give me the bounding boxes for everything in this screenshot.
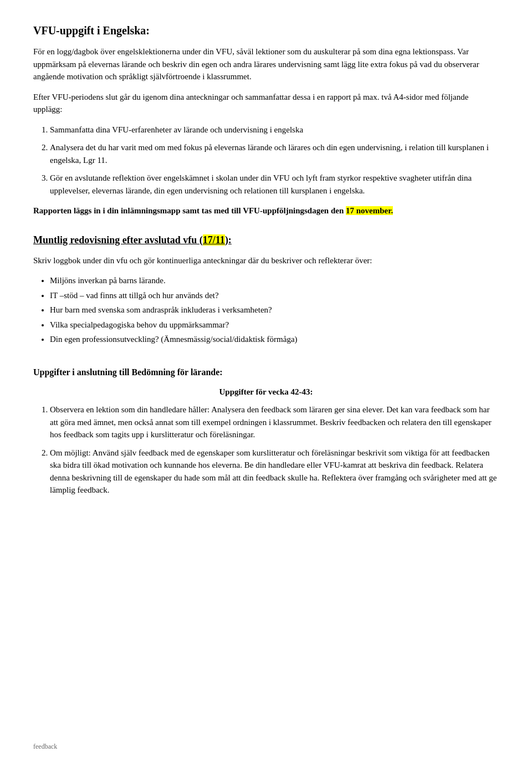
oral-bullet-1: Miljöns inverkan på barns lärande. xyxy=(50,274,499,287)
intro-text: För en logg/dagbok över engelsklektioner… xyxy=(33,47,479,81)
oral-bullet-text-3: Hur barn med svenska som andraspråk inkl… xyxy=(50,305,272,314)
task-text-2: Analysera det du har varit med om med fo… xyxy=(50,143,489,165)
oral-intro: Skriv loggbok under din vfu och gör kont… xyxy=(33,254,499,267)
oral-bullet-list: Miljöns inverkan på barns lärande. IT –s… xyxy=(50,274,499,346)
oral-bullet-text-4: Vilka specialpedagogiska behov du uppmär… xyxy=(50,320,229,329)
bedomning-task-text-1: Observera en lektion som din handledare … xyxy=(50,405,492,439)
intro-paragraph: För en logg/dagbok över engelsklektioner… xyxy=(33,45,499,83)
oral-bullet-text-1: Miljöns inverkan på barns lärande. xyxy=(50,276,166,285)
task-text-1: Sammanfatta dina VFU-erfarenheter av lär… xyxy=(50,125,303,134)
bedomning-task-1: Observera en lektion som din handledare … xyxy=(50,403,499,441)
page-title: VFU-uppgift i Engelska: xyxy=(33,22,499,39)
after-vfu-text: Efter VFU-periodens slut går du igenom d… xyxy=(33,93,468,114)
oral-heading-end: ): xyxy=(225,234,232,245)
week-heading: Uppgifter för vecka 42-43: xyxy=(33,386,499,398)
bedomning-task-list: Observera en lektion som din handledare … xyxy=(50,403,499,497)
oral-bullet-3: Hur barn med svenska som andraspråk inkl… xyxy=(50,304,499,316)
oral-bullet-4: Vilka specialpedagogiska behov du uppmär… xyxy=(50,319,499,331)
task-list: Sammanfatta dina VFU-erfarenheter av lär… xyxy=(50,124,499,197)
task-item-3: Gör en avslutande reflektion över engels… xyxy=(50,172,499,197)
task-item-2: Analysera det du har varit med om med fo… xyxy=(50,141,499,166)
submission-bold-text: Rapporten läggs in i din inlämningsmapp … xyxy=(33,206,344,215)
bedomning-task-2: Om möjligt: Använd själv feedback med de… xyxy=(50,447,499,497)
task-item-1: Sammanfatta dina VFU-erfarenheter av lär… xyxy=(50,124,499,136)
oral-heading: Muntlig redovisning efter avslutad vfu (… xyxy=(33,233,499,248)
submission-date: 17 november. xyxy=(346,206,393,215)
task-text-3: Gör en avslutande reflektion över engels… xyxy=(50,173,472,195)
bedomning-task-text-2: Om möjligt: Använd själv feedback med de… xyxy=(50,448,497,495)
oral-bullet-text-2: IT –stöd – vad finns att tillgå och hur … xyxy=(50,291,219,300)
submission-paragraph: Rapporten läggs in i din inlämningsmapp … xyxy=(33,204,499,217)
oral-heading-start: Muntlig redovisning efter avslutad vfu ( xyxy=(33,234,203,245)
bedomning-heading: Uppgifter i anslutning till Bedömning fö… xyxy=(33,366,499,379)
after-vfu-paragraph: Efter VFU-periodens slut går du igenom d… xyxy=(33,91,499,116)
oral-date: 17/11 xyxy=(203,234,225,245)
oral-bullet-5: Din egen professionsutveckling? (Ämnesmä… xyxy=(50,333,499,346)
oral-bullet-text-5: Din egen professionsutveckling? (Ämnesmä… xyxy=(50,335,298,344)
oral-bullet-2: IT –stöd – vad finns att tillgå och hur … xyxy=(50,289,499,302)
